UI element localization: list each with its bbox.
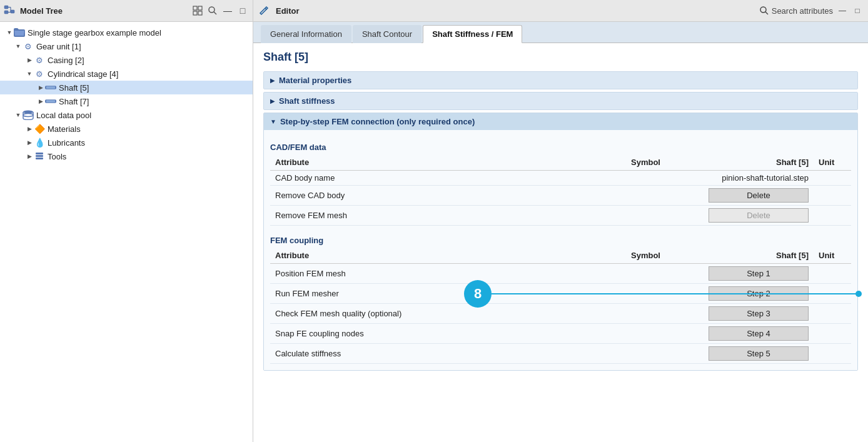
tree-arrow-shaft7[interactable]: ▶ [36, 97, 45, 106]
fem-row0-value-cell: Step 1 [676, 264, 814, 284]
tree-item-tools[interactable]: ▶ Tools [0, 149, 253, 163]
step5-button[interactable]: Step 5 [709, 346, 809, 361]
tree-item-casing[interactable]: ▶ ⚙ Casing [2] [0, 53, 253, 67]
accordion-header-material[interactable]: ▶ Material properties [264, 72, 857, 89]
svg-line-11 [214, 12, 216, 14]
table-row: Check FEM mesh quality (optional) Step 3 [270, 304, 851, 324]
tree-label-shaft7: Shaft [7] [59, 97, 89, 106]
svg-point-10 [209, 7, 214, 13]
tree-item-lubricants[interactable]: ▶ 💧 Lubricants [0, 136, 253, 149]
tree-arrow-shaft5[interactable]: ▶ [36, 83, 45, 92]
shaft-icon-7 [45, 96, 56, 107]
accordion-material: ▶ Material properties [263, 71, 858, 89]
remove-cad-body-button[interactable]: Delete [709, 188, 809, 203]
tree-arrow-root[interactable]: ▼ [5, 28, 14, 37]
fem-row0-symbol [626, 264, 676, 284]
cad-th-shaft5: Shaft [5] [676, 154, 814, 171]
table-row: Position FEM mesh Step 1 [270, 264, 851, 284]
accordion-label-fem: Step-by-step FEM connection (only requir… [280, 117, 475, 126]
model-tree-search-icon[interactable] [206, 4, 219, 17]
lub-icon-lubricants: 💧 [34, 137, 45, 148]
model-tree-minimize-icon[interactable]: — [221, 4, 234, 17]
step3-button[interactable]: Step 3 [709, 306, 809, 321]
fem-row2-attr: Check FEM mesh quality (optional) [270, 304, 626, 324]
fem-row0-unit [814, 264, 851, 284]
step1-button[interactable]: Step 1 [709, 266, 809, 281]
tree-item-local-pool[interactable]: ▼ Local data pool [0, 108, 253, 122]
tree-label-root: Single stage gearbox example model [28, 28, 161, 38]
cad-th-attribute: Attribute [270, 154, 626, 171]
gear-icon-cyl-stage: ⚙ [34, 68, 45, 79]
tree-label-shaft5: Shaft [5] [59, 83, 89, 93]
tree-arrow-tools[interactable]: ▶ [25, 152, 34, 161]
fem-row3-value-cell: Step 4 [676, 324, 814, 344]
tree-arrow-gear-unit[interactable]: ▼ [14, 42, 23, 51]
cad-row0-value: pinion-shaft-tutorial.step [676, 171, 814, 186]
table-row: CAD body name pinion-shaft-tutorial.step [270, 171, 851, 186]
cad-fem-table: Attribute Symbol Shaft [5] Unit CAD body… [270, 154, 851, 226]
fem-th-shaft5: Shaft [5] [676, 248, 814, 264]
tree-item-materials[interactable]: ▶ 🔶 Materials [0, 122, 253, 136]
folder-icon-root [14, 27, 25, 38]
callout-circle: 8 [464, 280, 492, 308]
tree-arrow-lubricants[interactable]: ▶ [25, 138, 34, 147]
editor-body: Shaft [5] ▶ Material properties ▶ Shaft … [253, 43, 868, 442]
tree-label-local-pool: Local data pool [36, 111, 91, 120]
tools-icon-tools [34, 151, 45, 162]
svg-rect-0 [4, 6, 8, 9]
model-tree-maximize-icon[interactable]: □ [236, 4, 249, 17]
fem-row4-unit [814, 344, 851, 364]
table-row: Remove FEM mesh Delete [270, 206, 851, 226]
tree-item-cyl-stage[interactable]: ▼ ⚙ Cylindrical stage [4] [0, 67, 253, 81]
gear-icon-casing: ⚙ [34, 54, 45, 66]
svg-rect-13 [46, 86, 55, 89]
fem-row0-attr: Position FEM mesh [270, 264, 626, 284]
step4-button[interactable]: Step 4 [709, 326, 809, 341]
tree-arrow-cyl-stage[interactable]: ▼ [25, 69, 34, 78]
tab-stiffness[interactable]: Shaft Stiffness / FEM [423, 25, 522, 43]
remove-fem-mesh-button[interactable]: Delete [709, 208, 809, 223]
fem-row2-unit [814, 304, 851, 324]
tabs-bar: General Information Shaft Contour Shaft … [253, 22, 868, 43]
tab-contour[interactable]: Shaft Contour [353, 25, 421, 43]
fem-row4-value-cell: Step 5 [676, 344, 814, 364]
fem-row4-attr: Calculate stiffness [270, 344, 626, 364]
fem-row2-symbol [626, 304, 676, 324]
model-tree-header: Model Tree — □ [0, 0, 253, 22]
tree-item-shaft5[interactable]: ▶ Shaft [5] [0, 81, 253, 94]
fem-th-attribute: Attribute [270, 248, 626, 264]
callout-number: 8 [474, 286, 482, 302]
search-attributes-area[interactable]: Search attributes [759, 6, 833, 16]
tree-item-shaft7[interactable]: ▶ Shaft [7] [0, 94, 253, 108]
tree-item-gear-unit[interactable]: ▼ ⚙ Gear unit [1] [0, 39, 253, 53]
model-tree-panel: Model Tree — □ ▼ Single stage gearbox ex… [0, 0, 253, 442]
accordion-header-fem[interactable]: ▼ Step-by-step FEM connection (only requ… [264, 113, 857, 130]
cad-row0-symbol [626, 171, 676, 186]
tree-label-materials: Materials [48, 124, 81, 134]
svg-rect-6 [193, 6, 197, 10]
tree-arrow-materials[interactable]: ▶ [25, 124, 34, 133]
tree-label-gear-unit: Gear unit [1] [36, 42, 81, 51]
model-tree-grid-icon[interactable] [191, 4, 204, 17]
tree-arrow-casing[interactable]: ▶ [25, 56, 34, 64]
cad-row2-unit [814, 206, 851, 226]
editor-maximize-icon[interactable]: □ [852, 5, 863, 16]
fem-row4-symbol [626, 344, 676, 364]
tree-arrow-local-pool[interactable]: ▼ [14, 111, 23, 119]
accordion-arrow-fem: ▼ [270, 118, 276, 125]
cad-th-symbol: Symbol [626, 154, 676, 171]
svg-rect-20 [36, 153, 43, 154]
accordion-arrow-material: ▶ [270, 77, 275, 84]
svg-rect-19 [36, 158, 43, 159]
svg-rect-8 [193, 11, 197, 15]
accordion-label-shaftstiffness: Shaft stiffness [279, 96, 335, 106]
table-row: Calculate stiffness Step 5 [270, 344, 851, 364]
tab-general[interactable]: General Information [261, 25, 351, 43]
tree-label-casing: Casing [2] [48, 56, 84, 65]
tree-item-root[interactable]: ▼ Single stage gearbox example model [0, 26, 253, 39]
search-icon [759, 6, 769, 16]
accordion-header-shaftstiffness[interactable]: ▶ Shaft stiffness [264, 93, 857, 109]
editor-minimize-icon[interactable]: — [837, 5, 848, 16]
tree-label-cyl-stage: Cylindrical stage [4] [48, 69, 118, 79]
cad-row0-unit [814, 171, 851, 186]
